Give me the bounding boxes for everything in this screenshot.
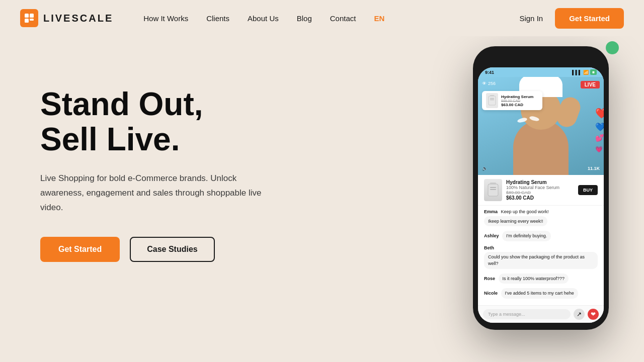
- phone-screen: 9:41 ▌▌▌ 📶 ■: [478, 67, 604, 323]
- view-count: 👁 256: [482, 81, 496, 86]
- hero-title-line1: Stand Out,: [40, 86, 203, 122]
- nav-about-us[interactable]: About Us: [248, 14, 279, 23]
- product-thumbnail-small: [486, 93, 498, 108]
- product-name: Hydrating Serum: [506, 179, 574, 185]
- nav-clients[interactable]: Clients: [206, 14, 229, 23]
- chat-user-1: Ashley: [484, 233, 499, 238]
- heart-icon-button[interactable]: ❤: [588, 309, 599, 320]
- product-section: Hydrating Serum 100% Natural Face Serum …: [478, 175, 604, 206]
- product-top-card: Hydrating Serum $89.00 CAD $63.00 CAD: [482, 91, 542, 110]
- phone-status-bar: 9:41 ▌▌▌ 📶 ■: [478, 67, 604, 77]
- nav-contact[interactable]: Contact: [330, 14, 356, 23]
- status-icons: ▌▌▌ 📶 ■: [572, 69, 597, 75]
- sound-button[interactable]: 🔈: [482, 166, 488, 171]
- chat-message-0: Emma Keep up the good work! Ikeep learni…: [484, 209, 598, 226]
- svg-rect-3: [30, 19, 34, 21]
- message-input-placeholder[interactable]: Type a message...: [483, 309, 571, 319]
- svg-rect-1: [30, 14, 34, 18]
- sign-in-link[interactable]: Sign In: [519, 14, 543, 23]
- nav-actions: Sign In Get Started: [519, 8, 624, 29]
- hero-content: Stand Out, Sell Live. Live Shopping for …: [40, 66, 322, 262]
- hero-get-started-button[interactable]: Get Started: [40, 237, 120, 262]
- product-old-price-top: $89.00 CAD: [501, 99, 538, 103]
- chat-user-2: Beth: [484, 245, 494, 250]
- like-count: 11.1K: [588, 166, 600, 171]
- chat-message-1: Ashley I'm definitely buying.: [484, 230, 598, 241]
- buy-button[interactable]: BUY: [578, 185, 598, 195]
- svg-rect-5: [489, 96, 496, 105]
- chat-section: Emma Keep up the good work! Ikeep learni…: [478, 206, 604, 305]
- svg-rect-2: [25, 19, 29, 23]
- wifi-icon: 📶: [583, 70, 589, 75]
- product-new-price: $63.00 CAD: [506, 195, 574, 201]
- green-dot-decoration: [606, 41, 619, 54]
- chat-bubble-4: I've added 5 items to my cart hehe: [501, 288, 578, 299]
- product-details: Hydrating Serum 100% Natural Face Serum …: [506, 179, 574, 201]
- phone-mockup-container: 9:41 ▌▌▌ 📶 ■: [473, 46, 614, 330]
- hero-case-studies-button[interactable]: Case Studies: [130, 237, 214, 262]
- phone-time: 9:41: [485, 70, 494, 75]
- nav-language[interactable]: EN: [374, 14, 384, 23]
- nav-how-it-works[interactable]: How It Works: [143, 14, 188, 23]
- chat-message-4: Nicole I've added 5 items to my cart heh…: [484, 287, 598, 299]
- nav-get-started-button[interactable]: Get Started: [555, 8, 624, 29]
- svg-rect-0: [25, 14, 29, 18]
- nav-blog[interactable]: Blog: [297, 14, 312, 23]
- logo[interactable]: LIVESCALE: [20, 9, 113, 27]
- chat-bubble-0: Ikeep learning every week!!: [484, 216, 547, 227]
- signal-icon: ▌▌▌: [572, 70, 582, 75]
- hero-title: Stand Out, Sell Live.: [40, 86, 322, 157]
- live-badge: LIVE: [581, 81, 600, 88]
- svg-rect-9: [488, 184, 498, 196]
- logo-icon: [20, 9, 38, 27]
- phone-mockup: 9:41 ▌▌▌ 📶 ■: [473, 46, 609, 330]
- battery-icon: ■: [590, 69, 597, 75]
- chat-bubble-3: Is it really 100% waterproof???: [499, 274, 569, 284]
- nav-links: How It Works Clients About Us Blog Conta…: [143, 14, 519, 23]
- hero-buttons: Get Started Case Studies: [40, 237, 322, 262]
- hero-subtitle: Live Shopping for bold e-Commerce brands…: [40, 171, 282, 215]
- product-name-top: Hydrating Serum: [501, 95, 538, 99]
- chat-text-0: Keep up the good work!: [501, 209, 549, 214]
- share-icon-button[interactable]: ↗: [574, 309, 585, 320]
- brand-name: LIVESCALE: [43, 13, 113, 24]
- product-old-price: $89.00 CAD: [506, 190, 574, 195]
- live-video-area: Hydrating Serum $89.00 CAD $63.00 CAD LI…: [478, 77, 604, 175]
- product-new-price-top: $63.00 CAD: [501, 103, 538, 107]
- product-sub: 100% Natural Face Serum: [506, 185, 574, 190]
- svg-rect-10: [490, 187, 496, 188]
- message-input-bar: Type a message... ↗ ❤: [478, 305, 604, 323]
- chat-message-2: Beth Could you show the packaging of the…: [484, 245, 598, 269]
- view-count-number: 256: [488, 81, 496, 86]
- chat-message-3: Rose Is it really 100% waterproof???: [484, 273, 598, 284]
- svg-rect-7: [490, 100, 494, 100]
- chat-user-4: Nicole: [484, 291, 498, 296]
- floating-hearts: ❤️ 💙 💕 💗: [595, 107, 604, 153]
- product-info-small: Hydrating Serum $89.00 CAD $63.00 CAD: [501, 95, 538, 107]
- chat-user-3: Rose: [484, 276, 495, 281]
- chat-bubble-2: Could you show the packaging of the prod…: [484, 252, 598, 268]
- phone-notch: [516, 53, 566, 65]
- product-image-medium: [484, 179, 502, 201]
- svg-rect-11: [490, 189, 496, 190]
- chat-bubble-1: I'm definitely buying.: [502, 231, 551, 241]
- hero-section: Stand Out, Sell Live. Live Shopping for …: [0, 36, 644, 362]
- hero-title-line2: Sell Live.: [40, 121, 180, 157]
- navbar: LIVESCALE How It Works Clients About Us …: [0, 0, 644, 36]
- chat-user-0: Emma: [484, 209, 498, 214]
- svg-rect-6: [490, 98, 494, 99]
- eye-icon: 👁: [482, 81, 487, 86]
